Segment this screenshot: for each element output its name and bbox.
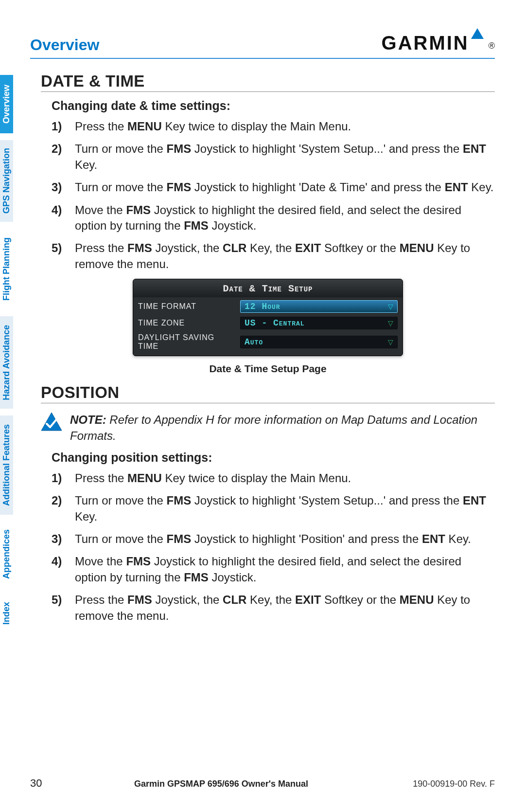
step-text: Press the FMS Joystick, the CLR Key, the… bbox=[75, 240, 495, 272]
device-row-value: 12 Hour bbox=[245, 302, 280, 311]
step-item: 3)Turn or move the FMS Joystick to highl… bbox=[52, 531, 495, 547]
step-item: 3)Turn or move the FMS Joystick to highl… bbox=[52, 180, 495, 195]
step-text: Press the FMS Joystick, the CLR Key, the… bbox=[75, 592, 495, 624]
step-item: 2)Turn or move the FMS Joystick to highl… bbox=[52, 493, 495, 524]
tab-label: Index bbox=[1, 596, 12, 631]
note-check-icon bbox=[41, 412, 62, 435]
footer-revision: 190-00919-00 Rev. F bbox=[383, 779, 495, 789]
device-row: DAYLIGHT SAVING TIMEAuto▽ bbox=[133, 331, 402, 353]
step-number: 5) bbox=[52, 592, 66, 624]
tab-label: Hazard Avoidance bbox=[1, 319, 12, 406]
step-number: 2) bbox=[52, 493, 66, 524]
tab-appendices[interactable]: Appendices bbox=[0, 522, 13, 587]
tab-flight-planning[interactable]: Flight Planning bbox=[0, 229, 13, 309]
garmin-delta-icon bbox=[471, 28, 484, 41]
step-item: 5)Press the FMS Joystick, the CLR Key, t… bbox=[52, 592, 495, 624]
dropdown-triangle-icon: ▽ bbox=[388, 338, 393, 346]
page-header: Overview GARMIN ® bbox=[30, 32, 495, 59]
device-row-field[interactable]: 12 Hour▽ bbox=[240, 300, 398, 313]
device-row-label: DAYLIGHT SAVING TIME bbox=[138, 333, 235, 351]
tab-gps-navigation[interactable]: GPS Navigation bbox=[0, 140, 13, 222]
dropdown-triangle-icon: ▽ bbox=[388, 303, 393, 310]
step-item: 4)Move the FMS Joystick to highlight the… bbox=[52, 202, 495, 234]
registered-mark: ® bbox=[489, 41, 495, 51]
device-row-value: US - Central bbox=[245, 318, 305, 328]
tab-label: Flight Planning bbox=[1, 232, 12, 307]
step-number: 3) bbox=[52, 180, 66, 195]
step-item: 2)Turn or move the FMS Joystick to highl… bbox=[52, 141, 495, 173]
device-caption: Date & Time Setup Page bbox=[41, 363, 495, 375]
device-row: TIME FORMAT12 Hour▽ bbox=[133, 298, 402, 315]
tab-label: Overview bbox=[1, 79, 12, 129]
device-row-field[interactable]: US - Central▽ bbox=[240, 317, 398, 329]
brand-logo: GARMIN ® bbox=[382, 32, 495, 54]
step-number: 1) bbox=[52, 119, 66, 134]
tab-hazard-avoidance[interactable]: Hazard Avoidance bbox=[0, 316, 13, 409]
footer-title: Garmin GPSMAP 695/696 Owner's Manual bbox=[59, 779, 383, 789]
device-row-label: TIME FORMAT bbox=[138, 302, 235, 311]
page-number: 30 bbox=[30, 777, 59, 790]
note-text: NOTE: Refer to Appendix H for more infor… bbox=[70, 412, 495, 444]
device-row-field[interactable]: Auto▽ bbox=[240, 336, 398, 348]
tab-label: GPS Navigation bbox=[1, 142, 12, 219]
step-text: Move the FMS Joystick to highlight the d… bbox=[75, 554, 495, 585]
step-item: 1)Press the MENU Key twice to display th… bbox=[52, 470, 495, 486]
subtitle-change-date-time: Changing date & time settings: bbox=[52, 99, 495, 113]
step-number: 5) bbox=[52, 240, 66, 272]
step-item: 4)Move the FMS Joystick to highlight the… bbox=[52, 554, 495, 585]
device-screenshot: Date & Time Setup TIME FORMAT12 Hour▽TIM… bbox=[133, 279, 403, 356]
section-date-time-title: DATE & TIME bbox=[41, 72, 495, 92]
svg-marker-0 bbox=[471, 28, 484, 39]
svg-marker-1 bbox=[41, 413, 62, 431]
step-number: 2) bbox=[52, 141, 66, 173]
section-header: Overview bbox=[30, 36, 99, 54]
steps-position: 1)Press the MENU Key twice to display th… bbox=[52, 470, 495, 624]
step-number: 1) bbox=[52, 470, 66, 486]
subtitle-change-position: Changing position settings: bbox=[52, 451, 495, 465]
note-label: NOTE: bbox=[70, 413, 106, 426]
device-body: TIME FORMAT12 Hour▽TIME ZONEUS - Central… bbox=[133, 297, 402, 356]
step-item: 1)Press the MENU Key twice to display th… bbox=[52, 119, 495, 134]
tab-label: Appendices bbox=[1, 523, 12, 585]
note-body: Refer to Appendix H for more information… bbox=[70, 413, 477, 442]
step-text: Turn or move the FMS Joystick to highlig… bbox=[75, 180, 494, 195]
step-text: Turn or move the FMS Joystick to highlig… bbox=[75, 531, 471, 547]
steps-date-time: 1)Press the MENU Key twice to display th… bbox=[52, 119, 495, 272]
content: DATE & TIME Changing date & time setting… bbox=[41, 63, 495, 631]
step-number: 3) bbox=[52, 531, 66, 547]
step-number: 4) bbox=[52, 554, 66, 585]
side-tabs: OverviewGPS NavigationFlight PlanningHaz… bbox=[0, 75, 13, 640]
page: Overview GARMIN ® OverviewGPS Navigation… bbox=[0, 0, 525, 812]
step-number: 4) bbox=[52, 202, 66, 234]
tab-overview[interactable]: Overview bbox=[0, 75, 13, 133]
step-text: Turn or move the FMS Joystick to highlig… bbox=[75, 493, 495, 524]
device-row: TIME ZONEUS - Central▽ bbox=[133, 315, 402, 331]
device-title: Date & Time Setup bbox=[133, 279, 402, 297]
dropdown-triangle-icon: ▽ bbox=[388, 319, 393, 327]
step-text: Turn or move the FMS Joystick to highlig… bbox=[75, 141, 495, 173]
section-position-title: POSITION bbox=[41, 383, 495, 403]
tab-label: Additional Features bbox=[1, 418, 12, 512]
step-text: Move the FMS Joystick to highlight the d… bbox=[75, 202, 495, 234]
step-text: Press the MENU Key twice to display the … bbox=[75, 470, 351, 486]
tab-index[interactable]: Index bbox=[0, 594, 13, 633]
step-text: Press the MENU Key twice to display the … bbox=[75, 119, 351, 134]
device-row-value: Auto bbox=[245, 337, 263, 347]
tab-additional-features[interactable]: Additional Features bbox=[0, 415, 13, 515]
device-row-label: TIME ZONE bbox=[138, 319, 235, 327]
step-item: 5)Press the FMS Joystick, the CLR Key, t… bbox=[52, 240, 495, 272]
brand-text: GARMIN bbox=[382, 32, 469, 54]
note-block: NOTE: Refer to Appendix H for more infor… bbox=[41, 412, 495, 444]
page-footer: 30 Garmin GPSMAP 695/696 Owner's Manual … bbox=[30, 777, 495, 790]
